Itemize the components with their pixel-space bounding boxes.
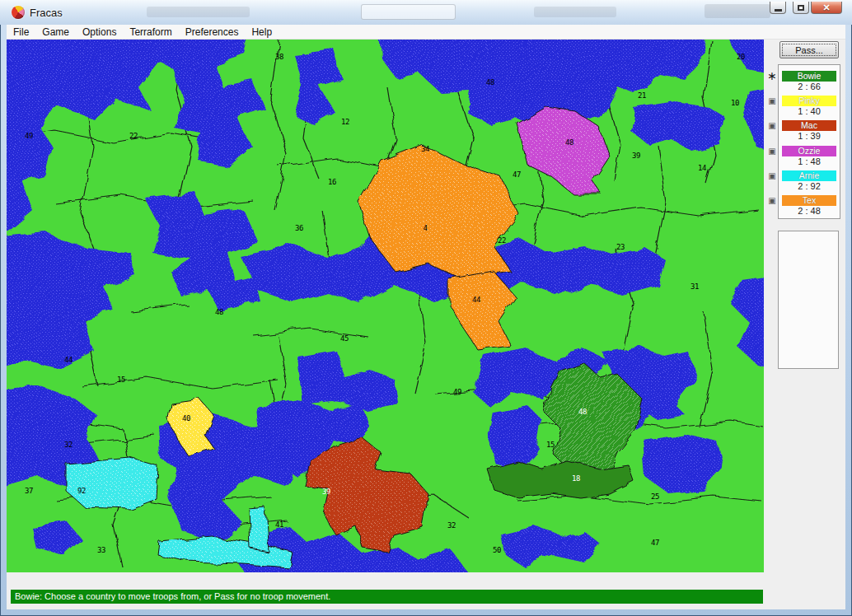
player-row: ▣ Ozzie 1 : 48 bbox=[779, 146, 840, 170]
minimize-button[interactable] bbox=[770, 2, 786, 14]
player-score: 1 : 39 bbox=[779, 131, 840, 141]
player-name-bar: Tex bbox=[782, 195, 836, 206]
menu-item[interactable]: Terraform bbox=[123, 26, 178, 38]
player-score: 1 : 48 bbox=[779, 156, 840, 166]
territory-arnie-river2 bbox=[249, 507, 269, 552]
game-map[interactable]: 4922384821201012341647391448364222331484… bbox=[7, 40, 764, 572]
player-score: 1 : 40 bbox=[779, 106, 840, 116]
menu-item[interactable]: Game bbox=[35, 26, 76, 38]
player-name: Pinky bbox=[798, 96, 820, 106]
player-type-icon: ∗ bbox=[767, 71, 777, 82]
titlebar: Fracas ✕ bbox=[0, 0, 852, 25]
minimize-icon bbox=[775, 9, 782, 12]
player-name: Mac bbox=[801, 120, 817, 131]
status-bar: Bowie: Choose a country to move troops f… bbox=[11, 590, 763, 604]
territory-arnie-92 bbox=[66, 458, 158, 509]
window-title: Fracas bbox=[30, 7, 63, 19]
app-icon bbox=[12, 6, 25, 19]
maximize-icon bbox=[798, 5, 804, 11]
player-name: Arnie bbox=[799, 170, 820, 181]
player-name-bar: Bowie bbox=[782, 71, 836, 82]
info-panel bbox=[778, 231, 839, 369]
player-name: Bowie bbox=[798, 71, 822, 82]
players-panel: ∗ Bowie 2 : 66 ▣ Pinky 1 : 40 ▣ Mac 1 : … bbox=[778, 64, 840, 219]
player-type-icon: ▣ bbox=[767, 146, 777, 156]
player-score: 2 : 66 bbox=[779, 82, 840, 91]
menu-item[interactable]: Preferences bbox=[179, 26, 246, 38]
player-name: Ozzie bbox=[798, 146, 821, 156]
player-name: Tex bbox=[803, 195, 816, 206]
titlebar-glass-artifact bbox=[705, 4, 770, 18]
player-type-icon: ▣ bbox=[767, 120, 777, 131]
map-canvas[interactable] bbox=[7, 40, 764, 572]
titlebar-glass-artifact bbox=[534, 7, 616, 17]
maximize-button[interactable] bbox=[793, 2, 809, 14]
player-name-bar: Ozzie bbox=[782, 146, 836, 156]
player-row: ▣ Tex 2 : 48 bbox=[779, 195, 840, 220]
player-type-icon: ▣ bbox=[767, 170, 777, 181]
player-type-icon: ▣ bbox=[767, 96, 777, 106]
player-score: 2 : 48 bbox=[779, 206, 840, 216]
close-button[interactable]: ✕ bbox=[811, 2, 842, 14]
titlebar-glass-artifact bbox=[147, 7, 250, 17]
player-name-bar: Mac bbox=[782, 120, 836, 131]
menu-bar: FileGameOptionsTerraformPreferencesHelp bbox=[7, 25, 845, 40]
player-row: ▣ Arnie 2 : 92 bbox=[779, 170, 840, 195]
player-row: ▣ Mac 1 : 39 bbox=[779, 120, 840, 145]
player-type-icon: ▣ bbox=[767, 195, 777, 206]
fracas-window: { "window": { "title": "Fracas" }, "menu… bbox=[0, 0, 852, 616]
pass-button[interactable]: Pass... bbox=[779, 41, 839, 58]
player-row: ▣ Pinky 1 : 40 bbox=[779, 96, 840, 120]
titlebar-glass-artifact bbox=[361, 4, 456, 20]
player-row: ∗ Bowie 2 : 66 bbox=[779, 71, 840, 96]
menu-item[interactable]: File bbox=[7, 26, 35, 38]
close-icon: ✕ bbox=[822, 3, 830, 12]
menu-item[interactable]: Options bbox=[76, 26, 123, 38]
player-score: 2 : 92 bbox=[779, 181, 840, 191]
player-name-bar: Arnie bbox=[782, 170, 836, 181]
player-name-bar: Pinky bbox=[782, 96, 836, 106]
menu-item[interactable]: Help bbox=[245, 26, 279, 38]
